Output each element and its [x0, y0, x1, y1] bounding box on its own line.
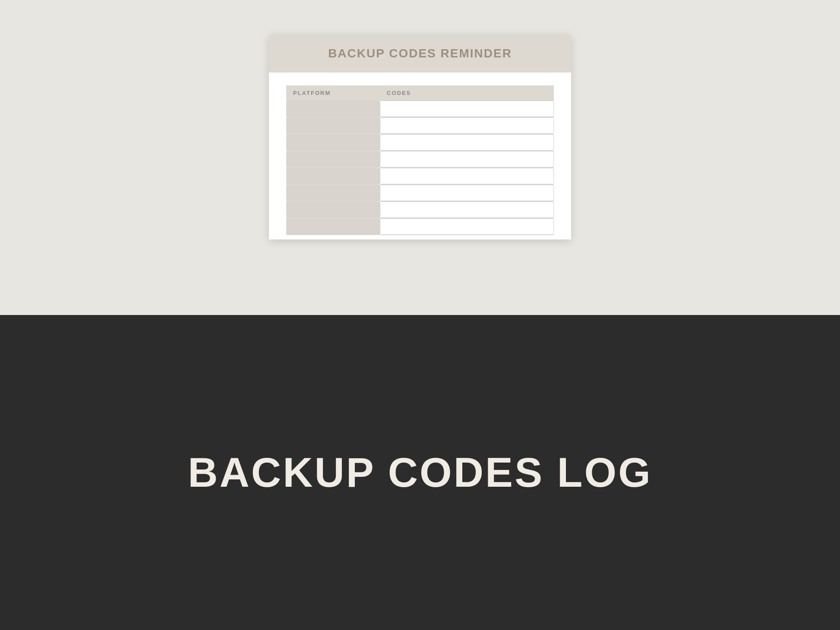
platform-column-header: PLATFORM	[286, 85, 380, 101]
codes-column-header: CODES	[380, 85, 554, 101]
platform-cell	[286, 168, 380, 185]
codes-input-area[interactable]	[380, 134, 554, 151]
codes-cell	[380, 117, 554, 134]
codes-input-area[interactable]	[380, 185, 554, 201]
table-row	[286, 168, 554, 185]
platform-cell	[286, 151, 380, 168]
bottom-title: BACKUP CODES LOG	[188, 449, 652, 496]
platform-input-area[interactable]	[286, 101, 380, 117]
platform-cell	[286, 117, 380, 134]
table-header-row: PLATFORM CODES	[286, 85, 554, 101]
platform-input-area[interactable]	[286, 202, 380, 218]
document-card: BACKUP CODES REMINDER PLATFORM CODES	[269, 35, 571, 239]
platform-cell	[286, 218, 380, 235]
codes-cell	[380, 134, 554, 151]
platform-cell	[286, 185, 380, 202]
table-row	[286, 218, 554, 235]
platform-input-area[interactable]	[286, 134, 380, 151]
platform-input-area[interactable]	[286, 218, 380, 235]
codes-input-area[interactable]	[380, 218, 554, 235]
codes-cell	[380, 151, 554, 168]
codes-input-area[interactable]	[380, 151, 554, 167]
table-row	[286, 202, 554, 218]
document-body: PLATFORM CODES	[269, 72, 571, 239]
table-body	[286, 101, 554, 235]
platform-input-area[interactable]	[286, 151, 380, 167]
document-title: BACKUP CODES REMINDER	[278, 47, 562, 60]
codes-cell	[380, 101, 554, 117]
codes-input-area[interactable]	[380, 168, 554, 184]
top-section: BACKUP CODES REMINDER PLATFORM CODES	[0, 0, 840, 315]
codes-input-area[interactable]	[380, 101, 554, 117]
codes-input-area[interactable]	[380, 117, 554, 134]
platform-cell	[286, 134, 380, 151]
document-header: BACKUP CODES REMINDER	[269, 35, 571, 72]
codes-cell	[380, 218, 554, 235]
table-row	[286, 134, 554, 151]
bottom-section: BACKUP CODES LOG	[0, 315, 840, 630]
codes-cell	[380, 202, 554, 218]
codes-cell	[380, 185, 554, 202]
codes-cell	[380, 168, 554, 185]
platform-input-area[interactable]	[286, 185, 380, 201]
table-row	[286, 117, 554, 134]
table-row	[286, 151, 554, 168]
table-row	[286, 185, 554, 202]
backup-codes-table: PLATFORM CODES	[286, 85, 554, 235]
platform-input-area[interactable]	[286, 168, 380, 184]
platform-cell	[286, 101, 380, 117]
platform-cell	[286, 202, 380, 218]
table-row	[286, 101, 554, 117]
codes-input-area[interactable]	[380, 202, 554, 218]
platform-input-area[interactable]	[286, 117, 380, 134]
